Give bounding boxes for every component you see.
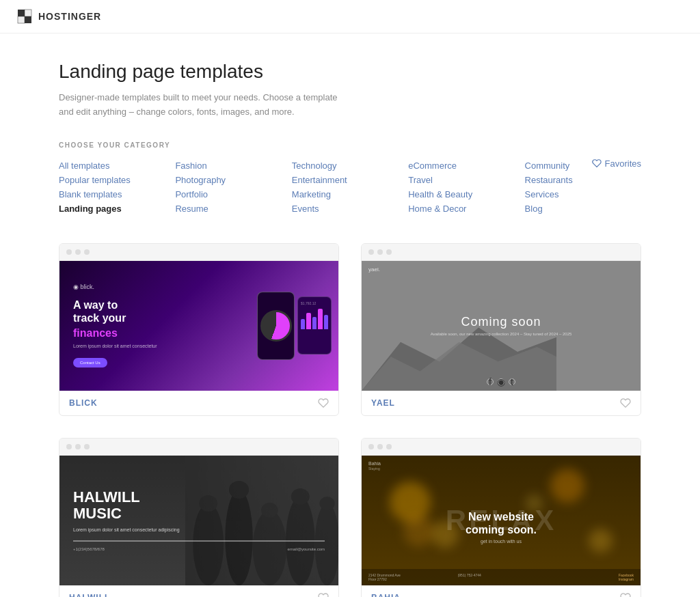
halwill-phone: +1(234)5678/678 <box>73 547 105 551</box>
cat-services[interactable]: Services <box>525 187 641 202</box>
cat-travel[interactable]: Travel <box>408 173 524 187</box>
svg-rect-1 <box>25 16 31 23</box>
bahia-brand-top: BahiaStaying <box>368 461 381 471</box>
bahia-footer: BAHIA <box>362 585 641 597</box>
bahia-address: 2142 Drummond AveFloor 27792 <box>368 573 455 581</box>
bahia-background: RELAX BahiaStaying New websitecoming soo… <box>362 456 641 585</box>
bahia-subtext: get in touch with us <box>466 539 537 544</box>
blick-footer: BLICK <box>59 391 338 415</box>
dot-1 <box>66 249 72 255</box>
template-card-bahia[interactable]: RELAX BahiaStaying New websitecoming soo… <box>361 438 641 597</box>
cat-ecommerce[interactable]: eCommerce <box>408 158 524 173</box>
cat-entertainment[interactable]: Entertainment <box>292 173 408 187</box>
halwill-divider <box>73 540 325 542</box>
bar-chart <box>301 309 328 329</box>
blick-image: ◉ blick. A way totrack your finances Lor… <box>59 261 338 391</box>
blick-favorite-icon[interactable] <box>318 398 329 408</box>
category-label: CHOOSE YOUR CATEGORY <box>59 141 641 149</box>
yael-subtext: Available soon, our new amazing collecti… <box>431 332 572 336</box>
dot-2 <box>75 444 81 449</box>
blick-phones: $1,792.12 <box>256 268 332 384</box>
bahia-preview: RELAX BahiaStaying New websitecoming soo… <box>362 439 641 585</box>
bokeh-6 <box>403 516 434 546</box>
cat-home-decor[interactable]: Home & Decor <box>408 202 524 216</box>
cat-landing-pages[interactable]: Landing pages <box>59 202 175 216</box>
bahia-image: RELAX BahiaStaying New websitecoming soo… <box>362 456 641 585</box>
bar-1 <box>301 319 305 329</box>
dot-3 <box>386 444 392 449</box>
halwill-footer: HALWILL <box>59 585 338 597</box>
yael-headline: Coming soon <box>431 315 572 329</box>
bahia-favorite-icon[interactable] <box>620 592 631 597</box>
logo[interactable]: HOSTINGER <box>16 8 101 25</box>
template-card-halwill[interactable]: HALWILLMUSIC Lorem ipsum dolor sit amet … <box>59 438 339 597</box>
cat-portfolio[interactable]: Portfolio <box>175 187 291 202</box>
window-chrome-blick <box>59 244 338 261</box>
templates-grid: ◉ blick. A way totrack your finances Lor… <box>59 243 641 597</box>
bar-5 <box>324 315 328 329</box>
blick-preview: ◉ blick. A way totrack your finances Lor… <box>59 244 338 391</box>
site-header: HOSTINGER <box>0 0 700 33</box>
halwill-contact: +1(234)5678/678 email@yoursite.com <box>73 547 325 551</box>
halwill-email: email@yoursite.com <box>288 547 325 551</box>
bahia-tagline: Staying <box>368 467 380 471</box>
cat-technology[interactable]: Technology <box>292 158 408 173</box>
bokeh-3 <box>550 469 584 503</box>
page-subtitle: Designer-made templates built to meet yo… <box>59 91 353 120</box>
halwill-subtext: Lorem ipsum dolor sit amet consectetur a… <box>73 527 325 532</box>
svg-rect-3 <box>25 10 31 16</box>
social-tw: t <box>509 378 515 385</box>
cat-events[interactable]: Events <box>292 202 408 216</box>
phone-2: $1,792.12 <box>297 296 332 355</box>
cat-popular-templates[interactable]: Popular templates <box>59 173 175 187</box>
social-ig: ◉ <box>498 378 504 385</box>
bar-2 <box>306 313 310 329</box>
bahia-name: BAHIA <box>371 593 401 597</box>
cat-fashion[interactable]: Fashion <box>175 158 291 173</box>
category-col-4: eCommerce Travel Health & Beauty Home & … <box>408 158 524 216</box>
cat-health[interactable]: Health & Beauty <box>408 187 524 202</box>
heart-icon <box>592 158 602 168</box>
category-col-2: Fashion Photography Portfolio Resume <box>175 158 291 216</box>
template-card-yael[interactable]: yael. Coming soon Available soon, our ne… <box>361 243 641 416</box>
cat-blog[interactable]: Blog <box>525 202 641 216</box>
yael-brand: yael. <box>368 266 380 273</box>
window-chrome-bahia <box>362 439 641 456</box>
main-content: Landing page templates Designer-made tem… <box>42 33 658 597</box>
cat-all-templates[interactable]: All templates <box>59 158 175 173</box>
yael-footer: YAEL <box>362 391 641 415</box>
dot-1 <box>368 444 374 449</box>
window-chrome-yael <box>362 244 641 261</box>
cat-restaurants[interactable]: Restaurants <box>525 173 641 187</box>
favorites-link[interactable]: Favorites <box>592 158 641 169</box>
cat-photography[interactable]: Photography <box>175 173 291 187</box>
dot-1 <box>66 444 72 449</box>
halwill-favorite-icon[interactable] <box>318 592 329 597</box>
halwill-name: HALWILL <box>69 593 110 597</box>
bahia-headline: New websitecoming soon. <box>466 510 537 536</box>
phone-label: $1,792.12 <box>301 301 328 305</box>
template-card-blick[interactable]: ◉ blick. A way totrack your finances Lor… <box>59 243 339 416</box>
bar-4 <box>318 309 322 329</box>
yael-favorite-icon[interactable] <box>620 398 631 408</box>
halwill-image: HALWILLMUSIC Lorem ipsum dolor sit amet … <box>59 456 338 585</box>
halwill-text-content: HALWILLMUSIC Lorem ipsum dolor sit amet … <box>73 489 325 551</box>
yael-image: yael. Coming soon Available soon, our ne… <box>362 261 641 391</box>
yael-text-content: Coming soon Available soon, our new amaz… <box>431 315 572 336</box>
svg-rect-0 <box>18 10 25 16</box>
yael-background: yael. Coming soon Available soon, our ne… <box>362 261 641 391</box>
dot-3 <box>84 444 90 449</box>
yael-preview: yael. Coming soon Available soon, our ne… <box>362 244 641 391</box>
cat-blank-templates[interactable]: Blank templates <box>59 187 175 202</box>
social-fb: f <box>487 378 494 385</box>
cat-marketing[interactable]: Marketing <box>292 187 408 202</box>
blick-cta: Contact Us <box>73 358 107 367</box>
bahia-text-content: New websitecoming soon. get in touch wit… <box>466 510 537 544</box>
dot-3 <box>84 249 90 255</box>
window-chrome-halwill <box>59 439 338 456</box>
dot-2 <box>377 444 383 449</box>
cat-resume[interactable]: Resume <box>175 202 291 216</box>
bar-3 <box>312 317 317 329</box>
halwill-headline: HALWILLMUSIC <box>73 489 325 522</box>
dot-1 <box>368 249 374 255</box>
